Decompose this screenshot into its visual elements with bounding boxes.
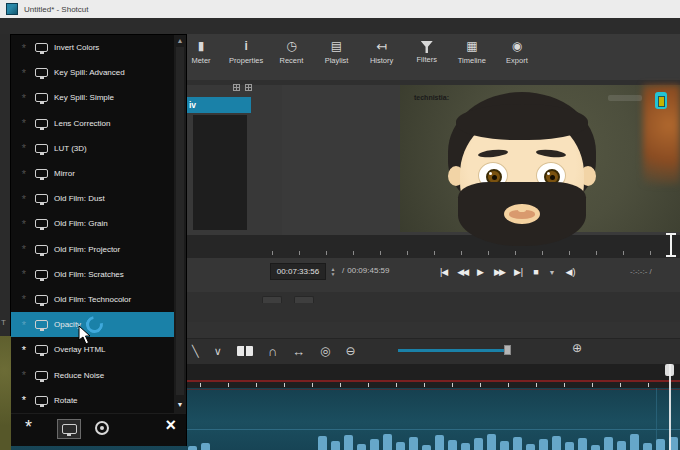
stop-menu-chevron-icon[interactable]: ▼	[549, 269, 556, 276]
zoom-in-icon[interactable]	[572, 341, 582, 355]
favorite-star-icon: *	[19, 117, 29, 129]
filter-list-item[interactable]: * Old Film: Projector	[11, 237, 174, 262]
timeline-icon	[466, 39, 477, 54]
filter-list-item[interactable]: * Key Spill: Advanced	[11, 60, 174, 85]
timeline-marker-line	[185, 380, 680, 382]
stop-button[interactable]: ■	[533, 267, 538, 277]
filter-list-item[interactable]: * Old Film: Technocolor	[11, 287, 174, 312]
toolbar-button[interactable]: Playlist	[319, 36, 355, 78]
play-button[interactable]: ▶	[477, 267, 484, 277]
snap-magnet-icon[interactable]	[268, 344, 277, 359]
info-icon	[245, 39, 248, 54]
clipped-panel-text: T	[1, 318, 6, 327]
filter-list-item[interactable]: * Old Film: Dust	[11, 186, 174, 211]
menu-item[interactable]	[74, 24, 92, 28]
timeline-zoom-slider[interactable]	[398, 349, 508, 352]
skip-to-end-button[interactable]: ▶|	[514, 267, 523, 277]
video-filter-icon	[35, 43, 48, 52]
video-filter-icon	[35, 169, 48, 178]
toolbar-button[interactable]: Export	[499, 36, 535, 78]
fast-forward-button[interactable]: ▶▶	[494, 267, 504, 277]
audio-filters-toggle[interactable]	[95, 421, 109, 435]
scroll-up-icon[interactable]: ▲	[174, 37, 186, 44]
copy-filters-icon[interactable]	[233, 84, 240, 91]
paste-filters-icon[interactable]	[245, 84, 252, 91]
favorites-filter-icon[interactable]: *	[25, 417, 32, 438]
zoom-out-icon[interactable]	[346, 344, 356, 358]
filter-list-item[interactable]: * Overlay HTML	[11, 337, 174, 362]
menu-bar	[0, 18, 680, 34]
filter-list-item[interactable]: * Invert Colors	[11, 35, 174, 60]
menu-item[interactable]	[38, 24, 56, 28]
video-filters-toggle[interactable]	[57, 419, 81, 439]
history-icon	[376, 39, 387, 54]
toolbar-button[interactable]: Recent	[273, 36, 309, 78]
close-icon[interactable]: ×	[165, 415, 176, 436]
video-corner-badge	[655, 92, 667, 109]
filter-list-item[interactable]: * Old Film: Scratches	[11, 262, 174, 287]
scrollbar-thumb[interactable]	[176, 47, 184, 395]
filter-list-item[interactable]: * Lens Correction	[11, 111, 174, 136]
ruler-tick-marks	[200, 383, 670, 387]
menu-item[interactable]	[2, 24, 20, 28]
filter-list-item[interactable]: * Key Spill: Simple	[11, 85, 174, 110]
current-position-field[interactable]: 00:07:33:56	[270, 263, 326, 280]
player-tab[interactable]	[294, 296, 314, 303]
favorite-star-icon: *	[19, 268, 29, 280]
timeline-playhead[interactable]	[669, 364, 671, 450]
toolbar-button[interactable]: Timeline	[454, 36, 490, 78]
filter-list-item[interactable]: * Mirror	[11, 161, 174, 186]
video-filter-icon	[35, 144, 48, 153]
scrub-while-dragging-icon[interactable]	[292, 344, 305, 359]
filter-list-scrollbar[interactable]: ▲ ▼	[174, 35, 186, 413]
player-tab[interactable]	[262, 296, 282, 303]
emoji-hair-fringe	[456, 104, 588, 140]
timeline-menu-chevron-icon[interactable]	[214, 345, 222, 358]
favorite-star-icon: *	[19, 142, 29, 154]
position-spinner[interactable]: ▲▼	[328, 263, 338, 280]
scroll-down-icon[interactable]: ▼	[174, 401, 186, 408]
title-bar[interactable]: Untitled* - Shotcut	[0, 0, 680, 18]
toolbar-button[interactable]: History	[364, 36, 400, 78]
shotcut-app-icon	[6, 3, 18, 15]
toolbar-button[interactable]: Properties	[228, 36, 264, 78]
transport-controls: |◀ ◀◀ ▶ ▶▶ ▶| ■ ▼ ◀)	[440, 262, 575, 282]
clock-icon	[286, 39, 296, 54]
favorite-star-icon: *	[19, 243, 29, 255]
ripple-edit-icon[interactable]	[320, 344, 330, 358]
track-top-line	[185, 389, 680, 390]
timeline-zoom-handle[interactable]	[504, 345, 511, 355]
filter-list-item[interactable]: * Rotate	[11, 388, 174, 413]
duration-readout: /00:09:45:59	[342, 266, 390, 275]
rewind-button[interactable]: ◀◀	[457, 267, 467, 277]
favorite-star-icon: *	[19, 193, 29, 205]
video-filter-icon	[35, 270, 48, 279]
favorite-star-icon: *	[19, 319, 29, 331]
toolbar-button[interactable]: Filters	[409, 36, 445, 78]
favorite-star-icon: *	[19, 394, 29, 406]
meter-icon	[198, 39, 205, 54]
favorite-star-icon: *	[19, 218, 29, 230]
filters-panel-list	[193, 115, 247, 230]
filter-list-item[interactable]: * Old Film: Grain	[11, 211, 174, 236]
video-corner-text	[608, 95, 642, 101]
toolbar-button[interactable]: Meter	[183, 36, 219, 78]
skip-to-start-button[interactable]: |◀	[440, 267, 447, 277]
cut-tool-icon[interactable]	[192, 345, 199, 358]
emoji-beard	[458, 182, 586, 246]
append-clip-icon[interactable]	[237, 346, 253, 356]
filter-list-item[interactable]: * Reduce Noise	[11, 362, 174, 387]
menu-item[interactable]	[20, 24, 38, 28]
background-thumbnail-sliver	[0, 336, 11, 450]
scrubber-playhead[interactable]	[666, 233, 676, 257]
player-tabs-row	[187, 292, 680, 322]
favorite-star-icon: *	[19, 344, 29, 356]
volume-icon[interactable]: ◀)	[566, 267, 576, 277]
window-title: Untitled* - Shotcut	[24, 5, 88, 14]
filter-list-item[interactable]: * LUT (3D)	[11, 136, 174, 161]
menu-item[interactable]	[56, 24, 74, 28]
video-filter-icon	[35, 320, 48, 329]
video-filter-icon	[35, 194, 48, 203]
filters-panel-selected-item[interactable]: iv	[187, 97, 251, 113]
video-filter-icon	[35, 245, 48, 254]
